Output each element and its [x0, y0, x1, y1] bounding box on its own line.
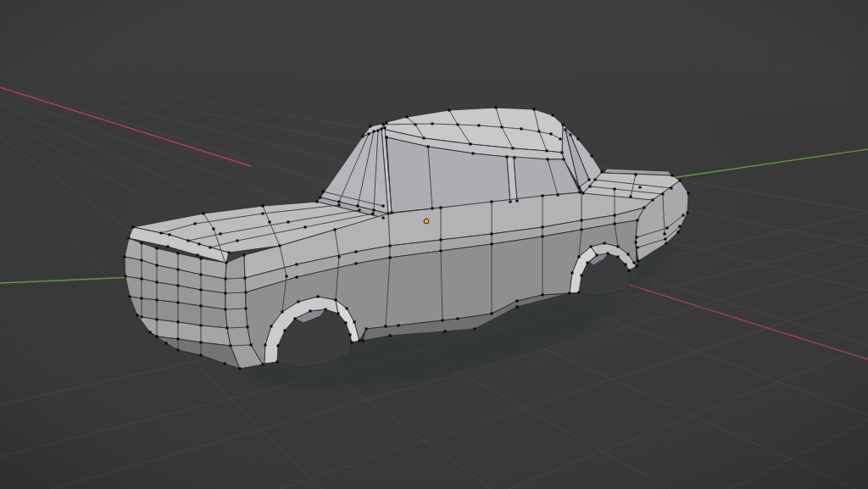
- vertex-dot[interactable]: [431, 208, 434, 210]
- vertex-dot[interactable]: [389, 257, 392, 259]
- vertex-dot[interactable]: [245, 292, 248, 294]
- vertex-dot[interactable]: [250, 344, 253, 347]
- vertex-dot[interactable]: [442, 320, 444, 322]
- vertex-dot[interactable]: [160, 232, 163, 235]
- vertex-dot[interactable]: [398, 325, 400, 327]
- vertex-dot[interactable]: [562, 124, 565, 126]
- vertex-dot[interactable]: [643, 207, 646, 209]
- vertex-dot[interactable]: [444, 331, 447, 333]
- vertex-dot[interactable]: [177, 269, 180, 271]
- vertex-dot[interactable]: [124, 256, 126, 258]
- vertex-dot[interactable]: [542, 294, 544, 297]
- vertex-dot[interactable]: [569, 292, 571, 295]
- vertex-dot[interactable]: [225, 262, 228, 264]
- vertex-dot[interactable]: [337, 313, 340, 315]
- vertex-dot[interactable]: [177, 321, 180, 324]
- vertex-dot[interactable]: [636, 236, 638, 239]
- vertex-dot[interactable]: [491, 243, 493, 246]
- vertex-dot[interactable]: [546, 150, 548, 153]
- vertex-dot[interactable]: [457, 318, 459, 320]
- vertex-dot[interactable]: [169, 234, 171, 236]
- vertex-dot[interactable]: [351, 342, 353, 344]
- vertex-dot[interactable]: [596, 254, 598, 257]
- vertex-dot[interactable]: [589, 186, 592, 188]
- vertex-dot[interactable]: [309, 310, 312, 313]
- vertex-dot[interactable]: [652, 199, 654, 202]
- vertex-dot[interactable]: [225, 292, 227, 295]
- vertex-dot[interactable]: [156, 319, 159, 321]
- vertex-dot[interactable]: [533, 108, 536, 111]
- vertex-dot[interactable]: [125, 275, 127, 278]
- vertex-dot[interactable]: [679, 225, 682, 228]
- vertex-dot[interactable]: [262, 364, 264, 366]
- vertex-dot[interactable]: [156, 247, 159, 250]
- vertex-dot[interactable]: [349, 334, 352, 336]
- vertex-dot[interactable]: [269, 221, 271, 224]
- vertex-dot[interactable]: [382, 217, 385, 219]
- vertex-dot[interactable]: [516, 200, 519, 203]
- vertex-dot[interactable]: [542, 226, 544, 229]
- vertex-dot[interactable]: [509, 201, 512, 203]
- vertex-dot[interactable]: [470, 143, 472, 146]
- vertex-dot[interactable]: [357, 205, 359, 208]
- vertex-dot[interactable]: [571, 272, 574, 275]
- vertex-dot[interactable]: [200, 258, 203, 260]
- vertex-dot[interactable]: [578, 186, 581, 189]
- vertex-dot[interactable]: [141, 278, 143, 281]
- vertex-dot[interactable]: [614, 223, 616, 225]
- vertex-dot[interactable]: [141, 242, 143, 245]
- vertex-dot[interactable]: [141, 297, 143, 300]
- vertex-dot[interactable]: [296, 276, 298, 279]
- vertex-dot[interactable]: [386, 136, 388, 139]
- vertex-dot[interactable]: [177, 349, 180, 352]
- vertex-dot[interactable]: [625, 264, 627, 266]
- vertex-dot[interactable]: [129, 296, 131, 298]
- vertex-dot[interactable]: [335, 299, 337, 302]
- vertex-dot[interactable]: [478, 125, 481, 127]
- vertex-dot[interactable]: [200, 305, 203, 308]
- vertex-dot[interactable]: [334, 229, 337, 231]
- vertex-dot[interactable]: [617, 256, 620, 258]
- vertex-dot[interactable]: [362, 136, 364, 138]
- vertex-dot[interactable]: [387, 213, 390, 215]
- vertex-dot[interactable]: [355, 263, 358, 265]
- vertex-dot[interactable]: [370, 125, 372, 128]
- vertex-dot[interactable]: [670, 187, 673, 190]
- vertex-dot[interactable]: [149, 331, 152, 334]
- vertex-dot[interactable]: [156, 264, 159, 267]
- vertex-dot[interactable]: [197, 254, 199, 257]
- vertex-dot[interactable]: [236, 240, 239, 242]
- vertex-dot[interactable]: [627, 253, 630, 256]
- vertex-dot[interactable]: [362, 340, 364, 342]
- vertex-dot[interactable]: [320, 197, 322, 199]
- vertex-dot[interactable]: [542, 236, 544, 238]
- vertex-dot[interactable]: [372, 213, 375, 215]
- vertex-dot[interactable]: [588, 179, 591, 181]
- vertex-dot[interactable]: [565, 129, 567, 131]
- vertex-dot[interactable]: [607, 253, 609, 255]
- vertex-dot[interactable]: [389, 245, 392, 247]
- vertex-dot[interactable]: [516, 300, 519, 303]
- vertex-dot[interactable]: [276, 361, 279, 364]
- vertex-dot[interactable]: [406, 116, 409, 119]
- vertex-dot[interactable]: [578, 292, 581, 294]
- vertex-dot[interactable]: [581, 219, 583, 222]
- vertex-dot[interactable]: [581, 229, 583, 231]
- vertex-dot[interactable]: [550, 133, 553, 136]
- vertex-dot[interactable]: [353, 321, 356, 324]
- vertex-dot[interactable]: [338, 256, 341, 258]
- vertex-dot[interactable]: [225, 278, 227, 281]
- vertex-dot[interactable]: [385, 325, 387, 328]
- vertex-dot[interactable]: [601, 171, 604, 174]
- vertex-dot[interactable]: [635, 174, 637, 176]
- vertex-dot[interactable]: [338, 204, 341, 207]
- viewport-canvas[interactable]: [0, 0, 868, 489]
- vertex-dot[interactable]: [664, 233, 666, 236]
- vertex-dot[interactable]: [423, 137, 426, 140]
- vertex-dot[interactable]: [225, 308, 227, 311]
- vertex-dot[interactable]: [262, 213, 264, 215]
- vertex-dot[interactable]: [637, 260, 640, 263]
- vertex-dot[interactable]: [177, 285, 180, 287]
- vertex-dot[interactable]: [547, 158, 549, 161]
- vertex-dot[interactable]: [194, 223, 197, 225]
